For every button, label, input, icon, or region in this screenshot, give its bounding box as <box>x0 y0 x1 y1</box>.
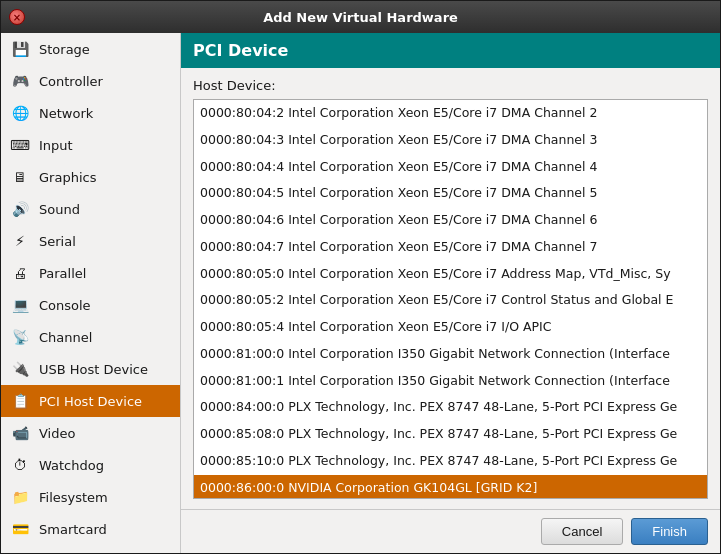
smartcard-icon: 💳 <box>9 518 31 540</box>
sound-icon: 🔊 <box>9 198 31 220</box>
sidebar-item-label: Graphics <box>39 170 96 185</box>
sidebar-item-usb-redir[interactable]: ↪USB Redirection <box>1 545 180 553</box>
content-area: 💾Storage🎮Controller🌐Network⌨Input🖥Graphi… <box>1 33 720 553</box>
sidebar-item-usb-host[interactable]: 🔌USB Host Device <box>1 353 180 385</box>
pci-icon: 📋 <box>9 390 31 412</box>
list-item[interactable]: 0000:80:04:6 Intel Corporation Xeon E5/C… <box>194 207 707 234</box>
titlebar: × Add New Virtual Hardware <box>1 1 720 33</box>
footer: Cancel Finish <box>181 509 720 553</box>
sidebar-item-label: Serial <box>39 234 76 249</box>
sidebar-item-parallel[interactable]: 🖨Parallel <box>1 257 180 289</box>
sidebar-item-channel[interactable]: 📡Channel <box>1 321 180 353</box>
sidebar-item-pci-host[interactable]: 📋PCI Host Device <box>1 385 180 417</box>
sidebar-item-label: Console <box>39 298 91 313</box>
field-label: Host Device: <box>193 78 708 93</box>
sidebar-item-label: USB Host Device <box>39 362 148 377</box>
sidebar-item-serial[interactable]: ⚡Serial <box>1 225 180 257</box>
sidebar-item-video[interactable]: 📹Video <box>1 417 180 449</box>
sidebar-item-label: Smartcard <box>39 522 107 537</box>
list-item[interactable]: 0000:80:04:4 Intel Corporation Xeon E5/C… <box>194 154 707 181</box>
controller-icon: 🎮 <box>9 70 31 92</box>
sidebar-item-storage[interactable]: 💾Storage <box>1 33 180 65</box>
list-item[interactable]: 0000:86:00:0 NVIDIA Corporation GK104GL … <box>194 475 707 500</box>
sidebar: 💾Storage🎮Controller🌐Network⌨Input🖥Graphi… <box>1 33 181 553</box>
console-icon: 💻 <box>9 294 31 316</box>
sidebar-item-label: Sound <box>39 202 80 217</box>
sidebar-item-label: Network <box>39 106 93 121</box>
sidebar-item-filesystem[interactable]: 📁Filesystem <box>1 481 180 513</box>
window-title: Add New Virtual Hardware <box>33 10 688 25</box>
sidebar-item-label: Watchdog <box>39 458 104 473</box>
sidebar-item-controller[interactable]: 🎮Controller <box>1 65 180 97</box>
list-item[interactable]: 0000:81:00:0 Intel Corporation I350 Giga… <box>194 341 707 368</box>
sidebar-item-console[interactable]: 💻Console <box>1 289 180 321</box>
filesystem-icon: 📁 <box>9 486 31 508</box>
panel-header: PCI Device <box>181 33 720 68</box>
sidebar-item-watchdog[interactable]: ⏱Watchdog <box>1 449 180 481</box>
close-button[interactable]: × <box>9 9 25 25</box>
list-item[interactable]: 0000:80:04:5 Intel Corporation Xeon E5/C… <box>194 180 707 207</box>
list-item[interactable]: 0000:80:04:7 Intel Corporation Xeon E5/C… <box>194 234 707 261</box>
watchdog-icon: ⏱ <box>9 454 31 476</box>
device-list[interactable]: 0000:80:04:2 Intel Corporation Xeon E5/C… <box>193 99 708 499</box>
sidebar-item-input[interactable]: ⌨Input <box>1 129 180 161</box>
list-item[interactable]: 0000:85:10:0 PLX Technology, Inc. PEX 87… <box>194 448 707 475</box>
sidebar-item-sound[interactable]: 🔊Sound <box>1 193 180 225</box>
main-panel: PCI Device Host Device: 0000:80:04:2 Int… <box>181 33 720 553</box>
main-body: Host Device: 0000:80:04:2 Intel Corporat… <box>181 68 720 509</box>
sidebar-item-smartcard[interactable]: 💳Smartcard <box>1 513 180 545</box>
sidebar-item-label: Input <box>39 138 73 153</box>
redir-icon: ↪ <box>9 550 31 553</box>
sidebar-item-label: PCI Host Device <box>39 394 142 409</box>
usb-icon: 🔌 <box>9 358 31 380</box>
graphics-icon: 🖥 <box>9 166 31 188</box>
list-item[interactable]: 0000:80:05:2 Intel Corporation Xeon E5/C… <box>194 287 707 314</box>
channel-icon: 📡 <box>9 326 31 348</box>
sidebar-item-label: Parallel <box>39 266 86 281</box>
sidebar-item-label: Channel <box>39 330 92 345</box>
parallel-icon: 🖨 <box>9 262 31 284</box>
list-item[interactable]: 0000:81:00:1 Intel Corporation I350 Giga… <box>194 368 707 395</box>
list-item[interactable]: 0000:84:00:0 PLX Technology, Inc. PEX 87… <box>194 394 707 421</box>
cancel-button[interactable]: Cancel <box>541 518 623 545</box>
sidebar-item-label: Video <box>39 426 75 441</box>
serial-icon: ⚡ <box>9 230 31 252</box>
list-item[interactable]: 0000:80:05:4 Intel Corporation Xeon E5/C… <box>194 314 707 341</box>
storage-icon: 💾 <box>9 38 31 60</box>
sidebar-item-label: Controller <box>39 74 103 89</box>
list-item[interactable]: 0000:85:08:0 PLX Technology, Inc. PEX 87… <box>194 421 707 448</box>
sidebar-item-network[interactable]: 🌐Network <box>1 97 180 129</box>
input-icon: ⌨ <box>9 134 31 156</box>
sidebar-item-label: Storage <box>39 42 90 57</box>
main-window: × Add New Virtual Hardware 💾Storage🎮Cont… <box>0 0 721 554</box>
list-item[interactable]: 0000:80:04:2 Intel Corporation Xeon E5/C… <box>194 100 707 127</box>
list-item[interactable]: 0000:80:04:3 Intel Corporation Xeon E5/C… <box>194 127 707 154</box>
video-icon: 📹 <box>9 422 31 444</box>
sidebar-item-graphics[interactable]: 🖥Graphics <box>1 161 180 193</box>
sidebar-item-label: Filesystem <box>39 490 108 505</box>
finish-button[interactable]: Finish <box>631 518 708 545</box>
network-icon: 🌐 <box>9 102 31 124</box>
list-item[interactable]: 0000:80:05:0 Intel Corporation Xeon E5/C… <box>194 261 707 288</box>
